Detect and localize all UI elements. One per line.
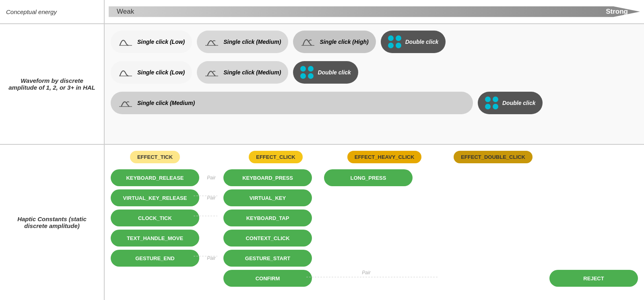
effect-tick-badge[interactable]: EFFECT_TICK [130, 151, 180, 163]
context-click-btn[interactable]: CONTEXT_CLICK [223, 230, 312, 247]
dot-3 [396, 35, 401, 41]
keyboard-press-btn[interactable]: KEYBOARD_PRESS [223, 169, 312, 186]
waveform-pill-double-2[interactable]: Double click [293, 61, 358, 84]
dot-1 [388, 35, 394, 41]
col4-spacer [549, 169, 638, 267]
constants-area: KEYBOARD_RELEASE VIRTUAL_KEY_RELEASE CLO… [111, 169, 638, 296]
pair-label-5: Pair [207, 250, 215, 267]
waveform-pill-high-1[interactable]: Single click (High) [293, 31, 376, 53]
text-handle-move-btn[interactable]: TEXT_HANDLE_MOVE [111, 230, 199, 247]
waveform-pill-double-1[interactable]: Double click [381, 31, 446, 53]
wave-medium-icon-2 [204, 65, 219, 80]
haptic-section: EFFECT_TICK EFFECT_CLICK EFFECT_HEAVY_CL… [105, 145, 644, 300]
dot-9 [485, 97, 491, 102]
waveform-row-1: Single click (Low) Single click (Medium) [111, 28, 638, 55]
gesture-end-btn[interactable]: GESTURE_END [111, 250, 199, 267]
waveform-label-low-1: Single click (Low) [137, 39, 185, 45]
effects-row: EFFECT_TICK EFFECT_CLICK EFFECT_HEAVY_CL… [111, 151, 638, 163]
waveform-label-medium-3: Single click (Medium) [137, 100, 195, 106]
effect-heavy-click-badge[interactable]: EFFECT_HEAVY_CLICK [347, 151, 422, 163]
dot-10 [485, 104, 491, 109]
double-dot-icon-1 [388, 35, 401, 48]
pair-labels: Pair Pair Pair [199, 169, 223, 296]
waveform-label-double-3: Double click [502, 100, 535, 106]
waveform-row-2: Single click (Low) Single click (Medium) [111, 59, 638, 86]
dot-8 [308, 73, 314, 79]
pair-label-1: Pair [207, 169, 215, 186]
gesture-start-btn[interactable]: GESTURE_START [223, 250, 312, 267]
dot-7 [308, 66, 314, 72]
dot-11 [493, 97, 498, 102]
pair-label-2: Pair [207, 189, 215, 206]
confirm-reject-pair-area [413, 169, 537, 296]
col-double: REJECT [549, 169, 638, 296]
right-content: Weak Strong Single click (Low) [105, 0, 644, 300]
dot-5 [300, 66, 306, 72]
wave-high-icon [300, 34, 316, 49]
waveform-pill-medium-3[interactable]: Single click (Medium) [111, 92, 473, 114]
waveform-label-medium-1: Single click (Medium) [223, 39, 281, 45]
energy-row: Weak Strong [105, 0, 644, 24]
long-press-btn[interactable]: LONG_PRESS [324, 169, 413, 186]
dot-4 [396, 43, 401, 48]
conceptual-energy-label: Conceptual energy [0, 0, 104, 24]
wave-medium-icon-1 [204, 34, 219, 49]
dot-12 [493, 104, 498, 109]
energy-scale: Weak Strong [109, 4, 640, 19]
virtual-key-release-btn[interactable]: VIRTUAL_KEY_RELEASE [111, 189, 199, 206]
virtual-key-btn[interactable]: VIRTUAL_KEY [223, 189, 312, 206]
waveform-label-low-2: Single click (Low) [137, 69, 185, 76]
keyboard-release-btn[interactable]: KEYBOARD_RELEASE [111, 169, 199, 186]
left-labels: Conceptual energy Waveform by discrete a… [0, 0, 105, 300]
energy-weak: Weak [117, 8, 134, 16]
waveform-label-double-1: Double click [405, 39, 438, 45]
col-tick: KEYBOARD_RELEASE VIRTUAL_KEY_RELEASE CLO… [111, 169, 199, 296]
wave-low-icon-2 [118, 65, 133, 80]
waveform-label: Waveform by discrete amplitude of 1, 2, … [0, 24, 104, 145]
waveform-label-double-2: Double click [318, 69, 351, 76]
reject-btn[interactable]: REJECT [549, 270, 638, 287]
energy-strong: Strong [606, 8, 628, 16]
waveform-pill-medium-1[interactable]: Single click (Medium) [197, 31, 288, 53]
main-container: Conceptual energy Waveform by discrete a… [0, 0, 644, 300]
confirm-btn[interactable]: CONFIRM [223, 270, 312, 287]
dot-6 [300, 73, 306, 79]
double-dot-icon-3 [485, 97, 498, 109]
waveform-row-3: Single click (Medium) Double [111, 89, 638, 117]
spacer-2-3 [312, 169, 324, 296]
double-dot-icon-2 [300, 66, 314, 79]
waveform-pill-double-3[interactable]: Double click [478, 92, 543, 114]
waveform-pill-medium-2[interactable]: Single click (Medium) [197, 61, 288, 84]
waveform-label-medium-2: Single click (Medium) [223, 69, 281, 76]
waveform-pill-low-1[interactable]: Single click (Low) [111, 31, 192, 53]
effect-double-click-badge[interactable]: EFFECT_DOUBLE_CLICK [454, 151, 533, 163]
energy-arrow: Weak Strong [109, 4, 640, 19]
dot-2 [388, 43, 394, 48]
waveform-label-high-1: Single click (High) [320, 39, 368, 45]
haptic-label: Haptic Constants (static discrete amplit… [0, 145, 104, 300]
waveform-section: Single click (Low) Single click (Medium) [105, 24, 644, 145]
waveform-pill-low-2[interactable]: Single click (Low) [111, 61, 192, 84]
wave-low-icon [118, 34, 133, 49]
col-heavy: LONG_PRESS [324, 169, 413, 296]
clock-tick-btn[interactable]: CLOCK_TICK [111, 210, 199, 226]
effect-click-badge[interactable]: EFFECT_CLICK [249, 151, 303, 163]
keyboard-tap-btn[interactable]: KEYBOARD_TAP [223, 210, 312, 226]
wave-medium-icon-3 [118, 95, 133, 111]
col-click: KEYBOARD_PRESS VIRTUAL_KEY KEYBOARD_TAP … [223, 169, 312, 296]
